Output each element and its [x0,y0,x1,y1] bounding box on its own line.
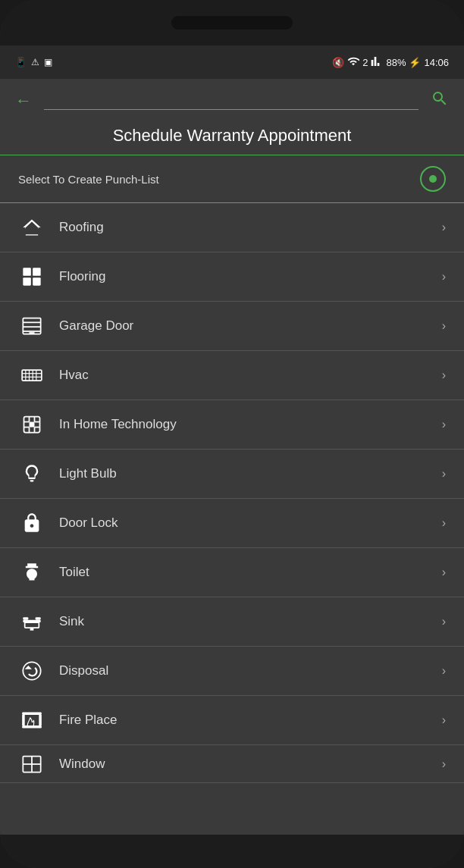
menu-label-garage-door: Garage Door [59,318,442,334]
flooring-icon [18,263,45,290]
fireplace-icon [18,707,45,734]
notch [171,16,293,30]
hvac-icon [18,362,45,389]
svg-rect-0 [23,268,30,276]
chevron-fire-place: › [442,713,446,727]
svg-rect-2 [23,277,30,286]
chevron-hvac: › [442,368,446,382]
svg-rect-17 [30,422,35,428]
menu-item-fire-place[interactable]: Fire Place › [0,696,464,745]
status-right: 🔇 2 88% ⚡ 14:06 [332,55,449,70]
menu-label-door-lock: Door Lock [59,515,442,531]
menu-label-roofing: Roofing [59,220,442,235]
menu-item-roofing[interactable]: Roofing › [0,203,464,252]
svg-rect-35 [22,715,25,725]
svg-rect-28 [30,628,34,631]
menu-label-in-home-technology: In Home Technology [59,417,442,432]
punch-list-label: Select To Create Punch-List [18,173,159,186]
network-num: 2 [362,57,368,68]
app-content: ← Schedule Warranty Appointment Select T… [0,79,464,835]
chevron-sink: › [442,615,446,628]
time-display: 14:06 [424,57,449,68]
menu-item-hvac[interactable]: Hvac › [0,351,464,400]
phone-bottom [0,835,464,868]
chevron-toilet: › [442,566,446,579]
chevron-window: › [442,757,446,771]
menu-label-light-bulb: Light Bulb [59,466,442,481]
status-left: 📱 ⚠ ▣ [15,57,52,67]
search-button[interactable] [431,89,449,112]
window-icon [18,750,45,778]
garage-door-icon [18,312,45,340]
menu-list: Roofing › Flooring › Garage Door › [0,203,464,835]
disposal-icon [18,657,45,685]
menu-item-flooring[interactable]: Flooring › [0,252,464,302]
tech-icon [18,411,45,438]
search-underline [44,92,419,110]
phone-icon: 📱 [15,57,27,67]
svg-marker-32 [25,666,32,669]
menu-label-toilet: Toilet [59,565,442,580]
door-lock-icon [18,509,45,537]
chevron-disposal: › [442,664,446,678]
svg-point-31 [23,662,40,679]
phone-top-bar [0,0,464,45]
menu-label-window: Window [59,757,442,772]
header: ← [0,79,464,112]
menu-item-garage-door[interactable]: Garage Door › [0,302,464,351]
svg-rect-1 [33,268,40,276]
menu-item-window[interactable]: Window › [0,745,464,783]
punch-list-toggle[interactable] [420,166,446,192]
media-icon: ▣ [44,57,52,67]
svg-rect-34 [22,725,42,729]
menu-label-hvac: Hvac [59,368,442,383]
back-button[interactable]: ← [15,91,32,111]
menu-label-fire-place: Fire Place [59,713,442,728]
chevron-garage-door: › [442,319,446,333]
menu-item-toilet[interactable]: Toilet › [0,548,464,597]
chevron-roofing: › [442,221,446,234]
punch-list-row[interactable]: Select To Create Punch-List [0,155,464,203]
svg-rect-9 [22,370,42,381]
chevron-flooring: › [442,270,446,284]
svg-rect-8 [30,332,35,334]
page-title: Schedule Warranty Appointment [23,126,441,146]
svg-rect-36 [39,715,42,725]
menu-item-disposal[interactable]: Disposal › [0,647,464,696]
title-section: Schedule Warranty Appointment [0,112,464,155]
menu-item-in-home-technology[interactable]: In Home Technology › [0,400,464,450]
roof-icon [18,214,45,241]
mute-icon: 🔇 [332,57,344,68]
menu-label-flooring: Flooring [59,269,442,284]
phone-frame: 📱 ⚠ ▣ 🔇 2 88% ⚡ 14:06 ← [0,0,464,868]
signal-icon [371,55,383,70]
chevron-door-lock: › [442,516,446,530]
light-bulb-icon [18,460,45,487]
svg-rect-29 [23,617,28,620]
menu-item-light-bulb[interactable]: Light Bulb › [0,450,464,499]
svg-rect-3 [33,277,40,286]
menu-item-sink[interactable]: Sink › [0,597,464,647]
chevron-light-bulb: › [442,467,446,481]
status-bar: 📱 ⚠ ▣ 🔇 2 88% ⚡ 14:06 [0,45,464,79]
battery-text: 88% [386,57,406,68]
menu-label-sink: Sink [59,614,442,629]
svg-rect-33 [22,713,42,716]
menu-label-disposal: Disposal [59,663,442,678]
alert-icon: ⚠ [31,57,39,67]
svg-rect-27 [25,622,39,628]
sink-icon [18,608,45,635]
wifi-icon [347,55,359,70]
menu-item-door-lock[interactable]: Door Lock › [0,499,464,548]
battery-icon: ⚡ [409,57,421,68]
toilet-icon [18,559,45,586]
chevron-in-home-technology: › [442,418,446,431]
punch-list-toggle-inner [429,175,437,183]
svg-rect-30 [36,617,41,620]
